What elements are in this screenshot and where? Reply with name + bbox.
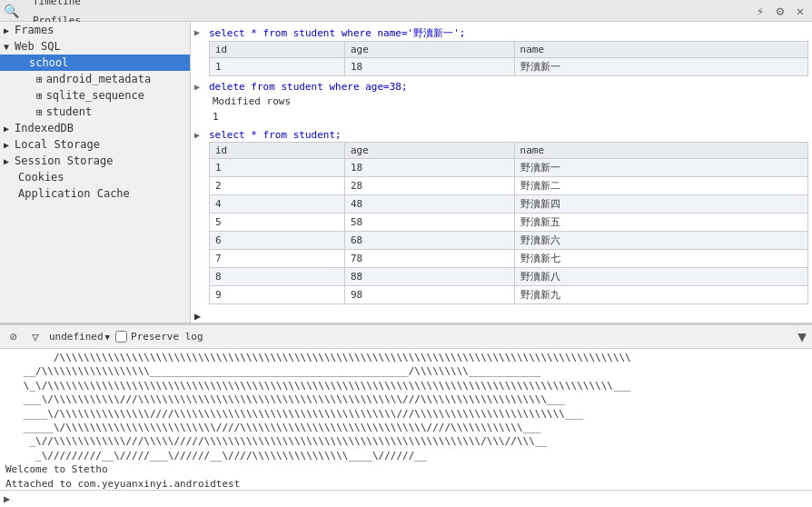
sidebar-item-session-storage[interactable]: ▶Session Storage [0, 153, 190, 169]
table-cell: 野瀆新二 [514, 177, 807, 195]
console-line: Welcome to Stetho [5, 462, 807, 476]
input-prompt-icon: ▶ [4, 492, 10, 505]
scroll-to-bottom-button[interactable]: ▼ [797, 328, 807, 345]
sidebar-item-local-storage[interactable]: ▶Local Storage [0, 136, 190, 153]
nav-tab-timeline[interactable]: Timeline [23, 0, 97, 11]
sidebar-label: student [46, 105, 93, 118]
result-table: idagename118野瀆新一228野瀆新二448野瀆新四558野瀆新五668… [209, 142, 808, 304]
sidebar-item-application-cache[interactable]: Application Cache [0, 185, 190, 202]
table-header: name [514, 42, 807, 58]
sidebar-item-indexeddb[interactable]: ▶IndexedDB [0, 120, 190, 136]
context-arrow-icon: ▼ [105, 333, 110, 342]
table-cell: 18 [344, 58, 514, 76]
query-block-1: ▶select * from student where name='野瀆新一'… [191, 25, 812, 76]
sidebar: ▶Frames▼Web SQLschool⊞android_metadata⊞s… [0, 22, 191, 323]
query-row: ▶select * from student; [191, 128, 812, 142]
sidebar-item-school[interactable]: school [0, 55, 190, 71]
table-cell: 野瀆新九 [514, 286, 807, 304]
table-row: 118野瀆新一 [210, 159, 808, 177]
main-container: ▶Frames▼Web SQLschool⊞android_metadata⊞s… [0, 22, 812, 325]
query-expand-button[interactable]: ▶ [194, 130, 209, 140]
triangle-icon: ▶ [4, 124, 9, 134]
sidebar-label: Frames [15, 24, 54, 36]
query-row: ▶select * from student where name='野瀆新一'… [191, 25, 812, 41]
console-line: __/\\\\\\\\\\\\\\\\\\___________________… [5, 364, 807, 378]
table-row: 778野瀆新七 [210, 250, 808, 268]
console-input[interactable] [14, 493, 808, 505]
context-selector[interactable]: undefined ▼ [49, 331, 110, 343]
sidebar-item-frames[interactable]: ▶Frames [0, 22, 190, 38]
devtools-icon[interactable]: ⚡ [752, 3, 768, 19]
sidebar-item-sqlite_sequence[interactable]: ⊞sqlite_sequence [0, 87, 190, 104]
sidebar-item-android_metadata[interactable]: ⊞android_metadata [0, 71, 190, 87]
filter-button[interactable]: ▽ [27, 329, 44, 345]
sidebar-item-student[interactable]: ⊞student [0, 104, 190, 120]
table-cell: 48 [344, 195, 514, 214]
query-expand-button[interactable]: ▶ [194, 27, 209, 37]
item-icon: ⊞ [36, 106, 43, 118]
next-prompt-arrow[interactable]: ▶ [194, 310, 201, 323]
table-cell: 野瀆新一 [514, 159, 807, 177]
table-row: 668野瀆新六 [210, 232, 808, 250]
console-line: \_\/\\\\\\\\\\\\\\\\\\\\\\\\\\\\\\\\\\\\… [5, 379, 807, 393]
sidebar-label: Application Cache [18, 187, 130, 200]
console-line: _\//\\\\\\\\\\\\///\\\\\/////\\\\\\\\\\\… [5, 434, 807, 448]
console-line: ____\/\\\\\\\\\\\\\\\////\\\\\\\\\\\\\\\… [5, 407, 807, 421]
table-row: 558野瀆新五 [210, 214, 808, 232]
query-text: select * from student where name='野瀆新一'; [209, 26, 465, 40]
clear-console-button[interactable]: ⊘ [5, 329, 22, 345]
table-header: age [344, 42, 514, 58]
content-area: ▶select * from student where name='野瀆新一'… [191, 22, 812, 323]
console-output: /\\\\\\\\\\\\\\\\\\\\\\\\\\\\\\\\\\\\\\\… [0, 349, 812, 490]
modified-block: Modified rows1 [209, 94, 812, 124]
sidebar-label: android_metadata [46, 73, 152, 85]
table-header: name [514, 143, 807, 159]
table-cell: 野瀆新六 [514, 232, 807, 250]
triangle-icon: ▶ [4, 156, 9, 166]
triangle-icon: ▼ [4, 42, 9, 52]
table-header: id [210, 42, 345, 58]
preserve-log-label: Preserve log [131, 331, 203, 343]
triangle-icon: ▶ [4, 25, 9, 35]
query-block-3: ▶select * from student;idagename118野瀆新一2… [191, 128, 812, 304]
query-text: delete from student where age=38; [209, 81, 408, 93]
table-cell: 7 [210, 250, 345, 268]
table-cell: 野瀆新七 [514, 250, 807, 268]
table-row: 998野瀆新九 [210, 286, 808, 304]
table-cell: 1 [210, 58, 345, 76]
table-cell: 1 [210, 159, 345, 177]
triangle-icon: ▶ [4, 140, 9, 150]
console-line: ___\/\\\\\\\\\\\///\\\\\\\\\\\\\\\\\\\\\… [5, 393, 807, 406]
preserve-log-container: Preserve log [115, 331, 203, 343]
query-row: ▶delete from student where age=38; [191, 80, 812, 94]
query-expand-button[interactable]: ▶ [194, 82, 209, 92]
modified-value: 1 [209, 109, 812, 124]
sidebar-label: Local Storage [15, 138, 100, 151]
table-cell: 8 [210, 268, 345, 286]
table-cell: 6 [210, 232, 345, 250]
top-nav: 🔍 ElementsNetworkSourcesTimelineProfiles… [0, 0, 812, 22]
table-row: 888野瀆新八 [210, 268, 808, 286]
table-cell: 98 [344, 286, 514, 304]
console-line: Attached to com.yeyuanxinyi.androidtest [5, 477, 807, 490]
table-cell: 88 [344, 268, 514, 286]
preserve-log-checkbox[interactable] [115, 331, 127, 343]
context-label: undefined [49, 331, 104, 343]
sidebar-label: school [29, 56, 68, 69]
more-icon[interactable]: ✕ [792, 3, 808, 19]
table-cell: 68 [344, 232, 514, 250]
query-text: select * from student; [209, 129, 342, 141]
table-row: 228野瀆新二 [210, 177, 808, 195]
settings-icon[interactable]: ⚙ [772, 3, 788, 19]
table-row: 118野瀆新一 [210, 58, 808, 76]
sidebar-label: Web SQL [15, 40, 61, 53]
query-block-2: ▶delete from student where age=38;Modifi… [191, 80, 812, 124]
table-header: age [344, 143, 514, 159]
sidebar-item-cookies[interactable]: Cookies [0, 169, 190, 185]
console-line: /\\\\\\\\\\\\\\\\\\\\\\\\\\\\\\\\\\\\\\\… [5, 351, 807, 364]
table-cell: 78 [344, 250, 514, 268]
table-cell: 野瀆新八 [514, 268, 807, 286]
sidebar-label: Session Storage [15, 154, 113, 167]
sidebar-label: sqlite_sequence [46, 89, 144, 102]
sidebar-item-web-sql[interactable]: ▼Web SQL [0, 38, 190, 55]
